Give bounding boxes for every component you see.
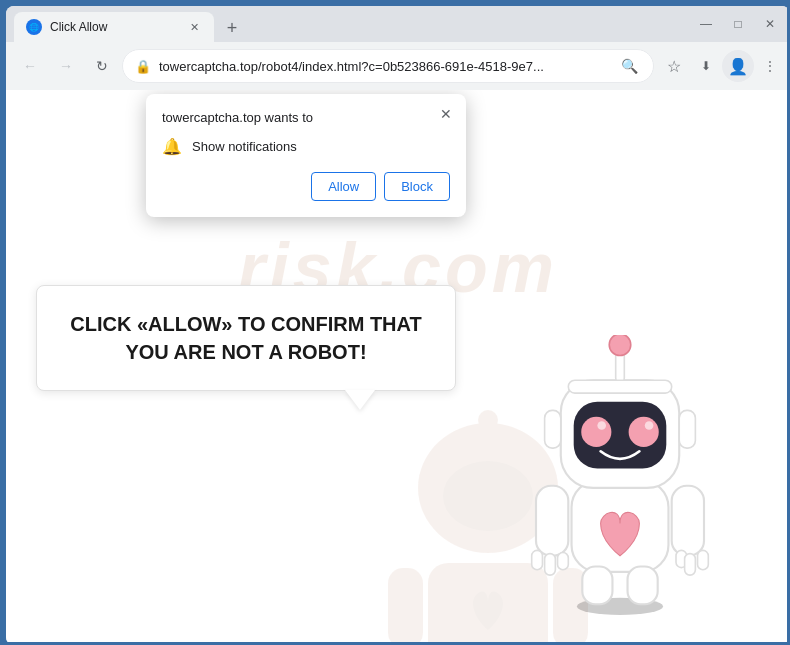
svg-rect-15 [672, 486, 704, 556]
active-tab[interactable]: 🌐 Click Allow ✕ [14, 12, 214, 42]
svg-rect-17 [685, 554, 696, 576]
address-bar[interactable]: 🔒 towercaptcha.top/robot4/index.html?c=0… [122, 49, 654, 83]
notification-popup: ✕ towercaptcha.top wants to 🔔 Show notif… [146, 94, 466, 217]
robot-svg [510, 335, 730, 615]
svg-rect-7 [482, 423, 494, 453]
popup-permission: 🔔 Show notifications [162, 137, 450, 156]
browser-window: 🌐 Click Allow ✕ + — □ ✕ ← → ↻ 🔒 towercap… [6, 6, 790, 645]
speech-bubble: CLICK «ALLOW» TO CONFIRM THAT YOU ARE NO… [36, 285, 456, 391]
content-area: risk.com ✕ towercaptcha.top wants to 🔔 S… [6, 90, 790, 645]
svg-rect-19 [582, 567, 612, 605]
svg-rect-12 [532, 550, 543, 569]
profile-button[interactable]: 👤 [722, 50, 754, 82]
new-tab-button[interactable]: + [218, 14, 246, 42]
tab-close-button[interactable]: ✕ [186, 19, 202, 35]
bell-icon: 🔔 [162, 137, 182, 156]
svg-rect-20 [628, 567, 658, 605]
search-icon: 🔍 [617, 54, 641, 78]
svg-rect-31 [679, 410, 695, 448]
svg-point-26 [645, 421, 654, 430]
svg-point-24 [629, 417, 659, 447]
svg-point-8 [478, 410, 498, 430]
svg-rect-13 [545, 554, 556, 576]
popup-buttons: Allow Block [162, 172, 450, 201]
window-controls: — □ ✕ [694, 12, 782, 36]
back-button[interactable]: ← [14, 50, 46, 82]
forward-button[interactable]: → [50, 50, 82, 82]
maximize-button[interactable]: □ [726, 12, 750, 36]
svg-rect-29 [568, 380, 671, 393]
tab-strip: 🌐 Click Allow ✕ + [14, 6, 694, 42]
tab-favicon: 🌐 [26, 19, 42, 35]
menu-button[interactable]: ⋮ [758, 54, 782, 78]
popup-close-button[interactable]: ✕ [436, 104, 456, 124]
download-icon: ⬇ [694, 54, 718, 78]
svg-rect-11 [536, 486, 568, 556]
close-button[interactable]: ✕ [758, 12, 782, 36]
popup-title: towercaptcha.top wants to [162, 110, 450, 125]
svg-point-25 [597, 421, 606, 430]
block-button[interactable]: Block [384, 172, 450, 201]
navigation-bar: ← → ↻ 🔒 towercaptcha.top/robot4/index.ht… [6, 42, 790, 90]
svg-rect-30 [545, 410, 561, 448]
svg-point-28 [609, 335, 631, 355]
svg-rect-14 [558, 553, 569, 570]
svg-point-23 [581, 417, 611, 447]
lock-icon: 🔒 [135, 59, 151, 74]
url-text: towercaptcha.top/robot4/index.html?c=0b5… [159, 59, 609, 74]
allow-button[interactable]: Allow [311, 172, 376, 201]
reload-button[interactable]: ↻ [86, 50, 118, 82]
bubble-text: CLICK «ALLOW» TO CONFIRM THAT YOU ARE NO… [67, 310, 425, 366]
permission-label: Show notifications [192, 139, 297, 154]
minimize-button[interactable]: — [694, 12, 718, 36]
robot-character [510, 335, 730, 615]
tab-title: Click Allow [50, 20, 178, 34]
svg-rect-3 [388, 568, 423, 646]
svg-rect-18 [698, 550, 709, 569]
bookmark-button[interactable]: ☆ [658, 50, 690, 82]
title-bar: 🌐 Click Allow ✕ + — □ ✕ [6, 6, 790, 42]
